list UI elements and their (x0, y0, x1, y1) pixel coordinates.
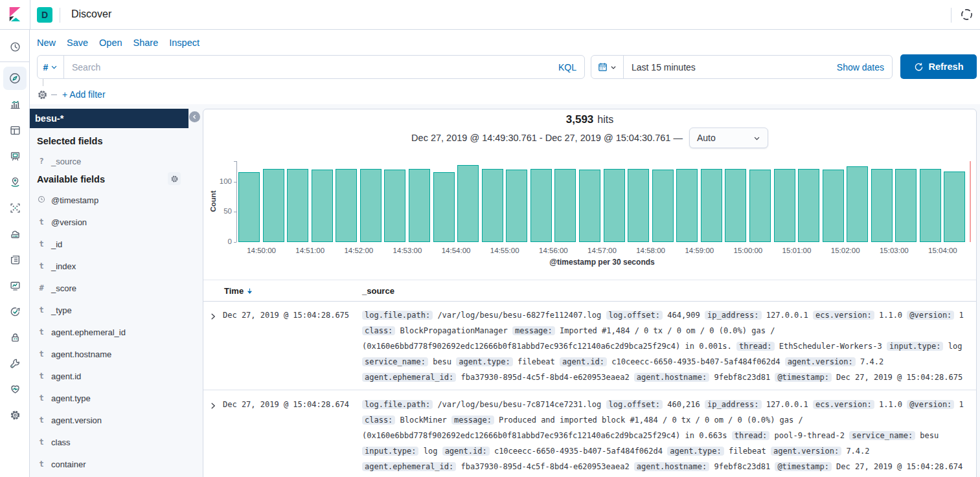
field-agent.id[interactable]: tagent.id (29, 365, 188, 387)
menu-open-link[interactable]: Open (99, 38, 122, 48)
expand-row-button[interactable] (209, 401, 217, 412)
x-tick-label: 15:02:00 (821, 247, 869, 254)
nav-dev-tools[interactable] (3, 351, 27, 375)
histogram-bar[interactable] (263, 169, 284, 242)
refresh-button[interactable]: Refresh (900, 54, 977, 79)
menu-inspect-link[interactable]: Inspect (169, 38, 199, 48)
nav-machine-learning[interactable] (3, 196, 27, 219)
field-agent.version[interactable]: tagent.version (29, 409, 188, 431)
nav-controls-icon[interactable] (961, 8, 973, 21)
filter-settings-icon[interactable] (37, 89, 48, 100)
histogram-bar[interactable] (871, 169, 893, 242)
field-key-badge: agent.type: (456, 357, 512, 366)
field-agent.hostname[interactable]: tagent.hostname (29, 343, 188, 365)
field-type-icon: t (37, 460, 46, 469)
field-type-icon: t (37, 261, 46, 271)
histogram-bar[interactable] (238, 172, 260, 242)
expand-row-button[interactable] (209, 311, 217, 323)
nav-siem[interactable] (3, 326, 27, 349)
field-_source[interactable]: ?_source (29, 150, 188, 172)
field-class[interactable]: tclass (29, 431, 188, 453)
histogram-bar[interactable] (604, 169, 625, 242)
histogram-bar[interactable] (287, 169, 308, 242)
query-language-button[interactable]: KQL (558, 62, 576, 72)
refresh-icon (914, 62, 924, 72)
histogram-bar[interactable] (530, 169, 552, 242)
nav-visualize[interactable] (3, 93, 27, 116)
field-_type[interactable]: t_type (29, 299, 188, 321)
histogram-bar[interactable] (895, 169, 917, 242)
logs-icon (10, 254, 21, 265)
field-@timestamp[interactable]: @timestamp (29, 189, 188, 211)
histogram-bar[interactable] (725, 169, 746, 242)
field-key-badge: agent.ephemeral_id: (362, 462, 456, 471)
document-row: Dec 27, 2019 @ 15:04:28.675log.file.path… (203, 301, 976, 390)
search-input[interactable]: Search (72, 62, 558, 72)
field-_score[interactable]: #_score (29, 277, 188, 299)
menu-new-link[interactable]: New (37, 38, 56, 48)
date-picker[interactable]: Last 15 minutes Show dates (591, 55, 893, 79)
field-key-badge: agent.type: (667, 447, 724, 456)
histogram-bar[interactable] (652, 170, 674, 242)
histogram-bar[interactable] (628, 169, 649, 242)
histogram-bar[interactable] (798, 169, 819, 242)
index-pattern-selector[interactable]: besu-* (29, 109, 188, 128)
histogram-bar[interactable] (749, 170, 771, 242)
nav-discover[interactable] (3, 67, 27, 90)
nav-management[interactable] (3, 403, 27, 427)
histogram-bar[interactable] (774, 169, 795, 242)
nav-dashboard[interactable] (3, 118, 27, 142)
histogram-bar[interactable] (506, 170, 527, 242)
column-time[interactable]: Time (224, 286, 253, 296)
field-_index[interactable]: t_index (29, 255, 188, 277)
menu-save-link[interactable]: Save (67, 38, 88, 48)
search-bar[interactable]: # Search KQL (37, 55, 585, 79)
nav-logs[interactable] (3, 248, 27, 271)
field-@version[interactable]: t@version (29, 211, 188, 233)
field-agent.type[interactable]: tagent.type (29, 387, 188, 409)
histogram-bar[interactable] (457, 165, 479, 242)
histogram-bar[interactable] (676, 169, 698, 242)
field-value: pool-9-thread-2 (775, 431, 845, 440)
nav-canvas[interactable] (3, 144, 27, 168)
histogram-bar[interactable] (847, 166, 868, 242)
field-name: agent.id (51, 372, 81, 381)
field-_id[interactable]: t_id (29, 233, 188, 255)
histogram-bar[interactable] (701, 169, 722, 242)
collapse-sidebar-button[interactable] (189, 111, 200, 122)
histogram-chart[interactable]: Count05010014:50:0014:51:0014:52:0014:53… (203, 109, 976, 278)
fields-settings-button[interactable] (168, 172, 181, 185)
menu-share-link[interactable]: Share (133, 38, 159, 48)
nav-apm[interactable] (3, 222, 27, 245)
time-range-value[interactable]: Last 15 minutes (632, 62, 837, 72)
nav-uptime[interactable] (3, 300, 27, 323)
histogram-bar[interactable] (944, 172, 965, 242)
histogram-bar[interactable] (554, 169, 576, 242)
show-dates-button[interactable]: Show dates (837, 62, 884, 72)
histogram-bar[interactable] (920, 169, 941, 242)
nav-metrics[interactable] (3, 274, 27, 297)
field-name: agent.ephemeral_id (51, 327, 126, 337)
nav-stack-monitoring[interactable] (3, 377, 27, 401)
quick-select-menu[interactable] (591, 56, 624, 78)
nav-recently-viewed[interactable] (3, 35, 27, 58)
histogram-bar[interactable] (409, 169, 430, 242)
field-container[interactable]: tcontainer (29, 453, 188, 475)
nav-maps[interactable] (3, 170, 27, 194)
field-key-badge: service_name: (849, 431, 915, 440)
field-agent.ephemeral_id[interactable]: tagent.ephemeral_id (29, 321, 188, 343)
histogram-bar[interactable] (384, 170, 405, 242)
field-type-icon: t (37, 305, 46, 315)
histogram-bar[interactable] (312, 170, 333, 242)
histogram-bar[interactable] (482, 169, 503, 242)
kibana-logo[interactable] (8, 7, 22, 21)
histogram-bar[interactable] (360, 169, 382, 242)
nav-separator (0, 61, 30, 62)
histogram-bar[interactable] (336, 169, 357, 242)
histogram-bar[interactable] (579, 170, 600, 242)
saved-query-menu[interactable]: # (38, 56, 64, 78)
siem-icon (10, 332, 21, 343)
histogram-bar[interactable] (433, 172, 455, 242)
histogram-bar[interactable] (823, 170, 844, 242)
add-filter-button[interactable]: + Add filter (62, 89, 106, 100)
